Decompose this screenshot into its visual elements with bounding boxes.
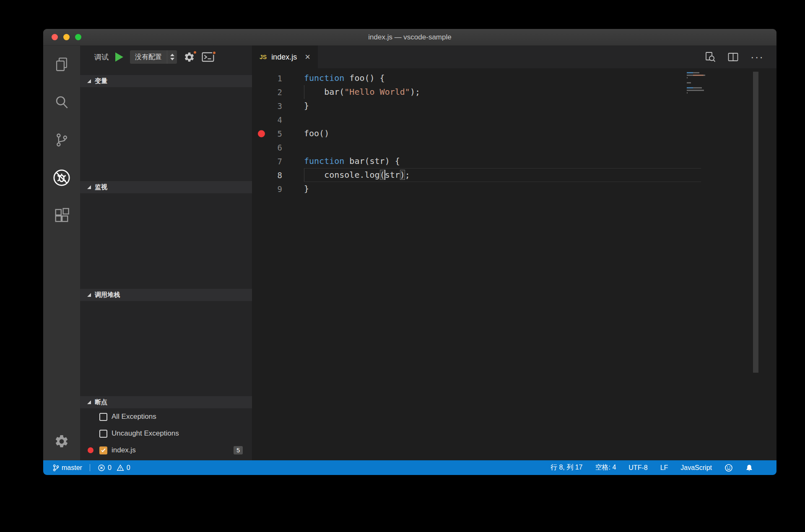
call-stack-content bbox=[80, 301, 252, 396]
breakpoint-label: Uncaught Exceptions bbox=[112, 429, 179, 438]
line-number[interactable]: 2 bbox=[252, 85, 302, 99]
find-in-file-icon[interactable] bbox=[705, 52, 716, 62]
activity-search[interactable] bbox=[43, 83, 80, 121]
debug-icon bbox=[52, 169, 71, 187]
warning-count: 0 bbox=[127, 464, 130, 472]
scrollbar[interactable] bbox=[753, 72, 758, 373]
section-header-call-stack[interactable]: 调用堆栈 bbox=[80, 289, 252, 301]
eol-sequence[interactable]: LF bbox=[660, 464, 668, 472]
editor-actions: ··· bbox=[705, 46, 776, 68]
git-branch-item[interactable]: master bbox=[52, 464, 82, 472]
twistie-icon bbox=[87, 79, 91, 83]
select-stepper-icon bbox=[167, 50, 177, 64]
main-area: 调试 没有配置 bbox=[43, 46, 776, 460]
configure-gear-button[interactable] bbox=[184, 52, 195, 63]
section-title: 变量 bbox=[95, 77, 107, 85]
encoding[interactable]: UTF-8 bbox=[628, 464, 647, 472]
code-line[interactable] bbox=[304, 140, 701, 154]
breakpoint-checkbox[interactable] bbox=[99, 446, 107, 454]
cursor-position[interactable]: 行 8, 列 17 bbox=[551, 463, 582, 472]
variables-content bbox=[80, 87, 252, 181]
activity-settings[interactable] bbox=[43, 423, 80, 460]
feedback-smiley-icon[interactable] bbox=[724, 464, 733, 472]
twistie-icon bbox=[87, 400, 91, 404]
breakpoint-item[interactable]: index.js5 bbox=[80, 442, 252, 459]
close-window-button[interactable] bbox=[52, 34, 58, 40]
notification-dot bbox=[193, 50, 197, 54]
code-line[interactable]: foo() bbox=[304, 127, 701, 140]
code-line[interactable]: } bbox=[304, 99, 701, 113]
explorer-icon bbox=[54, 57, 70, 73]
section-header-breakpoints[interactable]: 断点 bbox=[80, 396, 252, 408]
settings-gear-icon bbox=[54, 434, 69, 449]
close-tab-icon[interactable]: × bbox=[305, 52, 310, 62]
breakpoint-item[interactable]: All Exceptions bbox=[80, 408, 252, 425]
line-number[interactable]: 4 bbox=[252, 113, 302, 127]
line-number[interactable]: 8 bbox=[252, 168, 302, 182]
zoom-window-button[interactable] bbox=[75, 34, 81, 40]
status-divider bbox=[90, 464, 90, 471]
indentation[interactable]: 空格: 4 bbox=[595, 463, 616, 472]
section-title: 监视 bbox=[95, 183, 107, 191]
breakpoint-dot bbox=[88, 447, 93, 453]
tab-indexjs[interactable]: JS index.js × bbox=[252, 46, 318, 68]
title-bar[interactable]: index.js — vscode-sample bbox=[43, 29, 776, 46]
js-file-icon: JS bbox=[260, 54, 267, 60]
debug-config-select[interactable]: 没有配置 bbox=[130, 50, 177, 64]
code-line[interactable]: function bar(str) { bbox=[304, 154, 701, 168]
activity-explorer[interactable] bbox=[43, 46, 80, 83]
activity-debug[interactable] bbox=[43, 159, 80, 197]
line-number[interactable]: 7 bbox=[252, 154, 302, 168]
status-bar-right: 行 8, 列 17 空格: 4 UTF-8 LF JavaScript bbox=[551, 463, 753, 472]
line-number[interactable]: 6 bbox=[252, 140, 302, 154]
breakpoint-item[interactable]: Uncaught Exceptions bbox=[80, 425, 252, 442]
minimize-window-button[interactable] bbox=[63, 34, 70, 40]
text-cursor bbox=[384, 170, 385, 180]
search-icon bbox=[54, 94, 70, 110]
line-number[interactable]: 9 bbox=[252, 182, 302, 196]
language-mode[interactable]: JavaScript bbox=[680, 464, 712, 472]
debug-sidebar: 调试 没有配置 bbox=[80, 46, 252, 460]
editor-group: JS index.js × ··· bbox=[252, 46, 776, 460]
breakpoint-dot[interactable] bbox=[258, 130, 265, 137]
breakpoint-count-badge: 5 bbox=[234, 446, 243, 454]
section-header-variables[interactable]: 变量 bbox=[80, 75, 252, 87]
start-debug-button[interactable] bbox=[115, 52, 123, 62]
debug-panel-title: 调试 bbox=[94, 52, 109, 62]
more-actions-icon[interactable]: ··· bbox=[750, 52, 764, 62]
line-number[interactable]: 3 bbox=[252, 99, 302, 113]
code-line[interactable] bbox=[304, 113, 701, 127]
breakpoint-checkbox[interactable] bbox=[99, 430, 107, 438]
breakpoint-label: All Exceptions bbox=[112, 413, 156, 421]
debug-console-button[interactable] bbox=[202, 52, 214, 62]
watch-content bbox=[80, 193, 252, 289]
twistie-icon bbox=[87, 293, 91, 297]
code-line[interactable]: console.log(str); bbox=[304, 168, 701, 182]
activity-extensions[interactable] bbox=[43, 197, 80, 234]
problems-item[interactable]: 0 0 bbox=[98, 464, 130, 472]
activity-source-control[interactable] bbox=[43, 121, 80, 159]
indent-guide bbox=[304, 169, 304, 182]
code-area[interactable]: function foo() { bar("Hello World");}foo… bbox=[302, 68, 701, 460]
branch-name: master bbox=[62, 464, 82, 472]
line-number[interactable]: 5 bbox=[252, 127, 302, 140]
warning-icon bbox=[117, 464, 124, 472]
line-number[interactable]: 1 bbox=[252, 71, 302, 85]
error-count: 0 bbox=[108, 464, 112, 472]
code-line[interactable]: } bbox=[304, 182, 701, 196]
window-title: index.js — vscode-sample bbox=[368, 33, 451, 42]
code-line[interactable]: bar("Hello World"); bbox=[304, 85, 701, 99]
twistie-icon bbox=[87, 185, 91, 189]
code-line[interactable]: function foo() { bbox=[304, 71, 701, 85]
gutter[interactable]: 123456789 bbox=[252, 68, 302, 460]
indent-guide bbox=[304, 85, 304, 99]
source-control-icon bbox=[54, 132, 70, 148]
breakpoint-checkbox[interactable] bbox=[99, 413, 107, 421]
tab-label: index.js bbox=[271, 53, 297, 62]
notifications-bell-icon[interactable] bbox=[745, 464, 753, 472]
breakpoints-list: All ExceptionsUncaught Exceptionsindex.j… bbox=[80, 408, 252, 460]
split-editor-icon[interactable] bbox=[727, 52, 739, 62]
editor-body: 123456789 function foo() { bar("Hello Wo… bbox=[252, 68, 776, 460]
minimap[interactable] bbox=[687, 72, 714, 95]
section-header-watch[interactable]: 监视 bbox=[80, 181, 252, 193]
